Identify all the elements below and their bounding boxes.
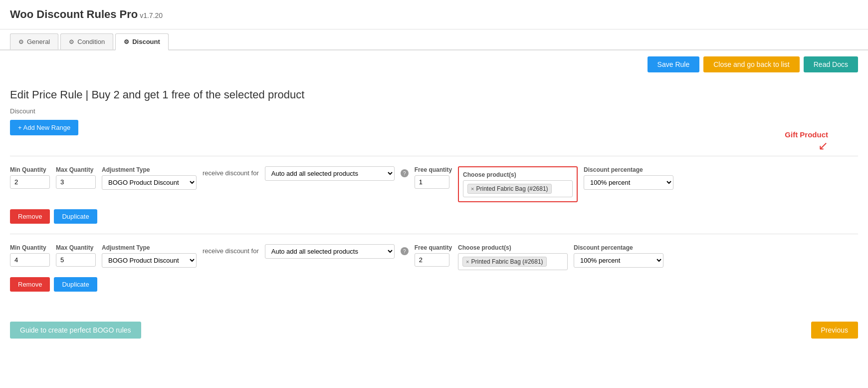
range-row-2: Min Quantity Max Quantity Adjustment Typ… — [10, 244, 858, 270]
tabs-bar: ⚙ General ⚙ Condition ⚙ Discount — [0, 29, 868, 50]
choose-products-group-1: Choose product(s) × Printed Fabric Bag (… — [458, 166, 578, 202]
receive-label-1: receive discount for — [203, 166, 259, 177]
gift-annotation-area: Gift Product ↙ — [10, 130, 828, 153]
guide-button[interactable]: Guide to create perfect BOGO rules — [10, 322, 141, 339]
toolbar: Save Rule Close and go back to list Read… — [0, 50, 868, 78]
auto-add-select-2[interactable]: Auto add all selected products Auto add … — [265, 244, 395, 259]
min-qty-group-1: Min Quantity — [10, 166, 50, 189]
adjustment-type-group-1: Adjustment Type BOGO Product Discount — [102, 166, 197, 190]
help-icon-1[interactable]: ? — [401, 169, 409, 177]
range-row-1: Min Quantity Max Quantity Adjustment Typ… — [10, 166, 858, 202]
range-block-2: Min Quantity Max Quantity Adjustment Typ… — [10, 234, 858, 302]
discount-pct-select-1[interactable]: 100% percent — [584, 175, 673, 190]
min-qty-group-2: Min Quantity — [10, 244, 50, 267]
general-tab-icon: ⚙ — [18, 38, 24, 45]
free-qty-input-2[interactable] — [415, 253, 449, 267]
auto-add-group-2: Auto add all selected products Auto add … — [265, 244, 395, 259]
max-qty-group-1: Max Quantity — [56, 166, 96, 189]
free-qty-input-1[interactable] — [415, 175, 449, 189]
product-tag-2: × Printed Fabric Bag (#2681) — [462, 257, 547, 267]
discount-tab-icon: ⚙ — [124, 38, 129, 45]
discount-pct-group-1: Discount percentage 100% percent — [584, 166, 673, 190]
choose-products-label-1: Choose product(s) — [463, 171, 573, 178]
app-title: Woo Discount Rules Pro — [10, 8, 138, 20]
section-label: Discount — [10, 107, 858, 115]
page-title: Edit Price Rule | Buy 2 and get 1 free o… — [10, 88, 858, 101]
min-qty-label-1: Min Quantity — [10, 166, 50, 173]
min-qty-label-2: Min Quantity — [10, 244, 50, 251]
max-qty-input-2[interactable] — [56, 253, 96, 267]
tab-discount-label: Discount — [132, 38, 160, 45]
adjustment-type-label-2: Adjustment Type — [102, 244, 197, 251]
app-header: Woo Discount Rules Pro v1.7.20 — [0, 0, 868, 29]
product-tag-input-1[interactable]: × Printed Fabric Bag (#2681) — [463, 180, 573, 197]
close-button[interactable]: Close and go back to list — [703, 56, 800, 72]
max-qty-input-1[interactable] — [56, 175, 96, 189]
auto-add-select-1[interactable]: Auto add all selected products Auto add … — [265, 166, 395, 181]
remove-button-1[interactable]: Remove — [10, 209, 50, 224]
action-row-1: Remove Duplicate — [10, 209, 858, 224]
gift-arrow-icon: ↙ — [818, 139, 828, 153]
tab-condition[interactable]: ⚙ Condition — [60, 33, 113, 49]
product-tag-text-1: Printed Fabric Bag (#2681) — [476, 185, 548, 192]
duplicate-button-2[interactable]: Duplicate — [54, 277, 97, 292]
tab-condition-label: Condition — [77, 38, 105, 45]
max-qty-group-2: Max Quantity — [56, 244, 96, 267]
tab-discount[interactable]: ⚙ Discount — [115, 33, 169, 50]
discount-pct-select-2[interactable]: 100% percent — [574, 253, 663, 268]
product-tag-remove-2[interactable]: × — [466, 259, 469, 265]
choose-products-label-2: Choose product(s) — [458, 244, 568, 251]
product-tag-text-2: Printed Fabric Bag (#2681) — [471, 258, 543, 265]
free-qty-group-1: Free quantity — [415, 166, 452, 189]
adjustment-type-select-1[interactable]: BOGO Product Discount — [102, 175, 197, 190]
free-qty-label-2: Free quantity — [415, 244, 452, 251]
app-version: v1.7.20 — [140, 11, 163, 19]
discount-pct-group-2: Discount percentage 100% percent — [574, 244, 663, 268]
choose-products-group-2: Choose product(s) × Printed Fabric Bag (… — [458, 244, 568, 270]
tab-general-label: General — [27, 38, 50, 45]
footer: Guide to create perfect BOGO rules Previ… — [0, 312, 868, 347]
adjustment-type-select-2[interactable]: BOGO Product Discount — [102, 253, 197, 268]
product-tag-remove-1[interactable]: × — [471, 186, 474, 192]
range-block-1: Min Quantity Max Quantity Adjustment Typ… — [10, 156, 858, 234]
product-tag-1: × Printed Fabric Bag (#2681) — [467, 184, 552, 194]
product-tag-input-2[interactable]: × Printed Fabric Bag (#2681) — [458, 253, 568, 270]
free-qty-group-2: Free quantity — [415, 244, 452, 267]
save-rule-button[interactable]: Save Rule — [648, 56, 700, 72]
help-icon-2[interactable]: ? — [401, 247, 409, 255]
auto-add-group-1: Auto add all selected products Auto add … — [265, 166, 395, 181]
action-row-2: Remove Duplicate — [10, 277, 858, 292]
free-qty-label-1: Free quantity — [415, 166, 452, 173]
min-qty-input-2[interactable] — [10, 253, 50, 267]
adjustment-type-group-2: Adjustment Type BOGO Product Discount — [102, 244, 197, 268]
remove-button-2[interactable]: Remove — [10, 277, 50, 292]
condition-tab-icon: ⚙ — [69, 38, 74, 45]
discount-pct-label-2: Discount percentage — [574, 244, 663, 251]
max-qty-label-1: Max Quantity — [56, 166, 96, 173]
gift-product-label: Gift Product — [785, 130, 828, 139]
receive-label-2: receive discount for — [203, 244, 259, 255]
max-qty-label-2: Max Quantity — [56, 244, 96, 251]
min-qty-input-1[interactable] — [10, 175, 50, 189]
discount-pct-label-1: Discount percentage — [584, 166, 673, 173]
previous-button[interactable]: Previous — [811, 322, 858, 339]
adjustment-type-label-1: Adjustment Type — [102, 166, 197, 173]
read-docs-button[interactable]: Read Docs — [804, 56, 858, 72]
duplicate-button-1[interactable]: Duplicate — [54, 209, 97, 224]
main-content: Edit Price Rule | Buy 2 and get 1 free o… — [0, 78, 868, 312]
tab-general[interactable]: ⚙ General — [10, 33, 58, 49]
